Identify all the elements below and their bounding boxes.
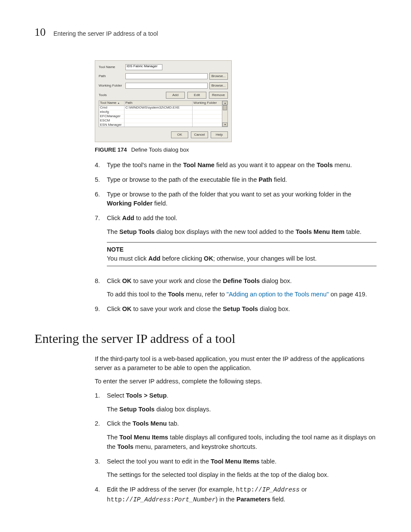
step-body: Edit the IP address of the server (for e… xyxy=(107,485,377,505)
table-row[interactable] xyxy=(125,115,192,119)
step-number: 7. xyxy=(95,214,107,271)
step-number: 4. xyxy=(95,161,107,170)
working-folder-label: Working Folder xyxy=(99,84,124,88)
scroll-thumb[interactable] xyxy=(223,105,227,110)
step-number: 1. xyxy=(95,391,107,414)
step-body: Type the tool's name in the Tool Name fi… xyxy=(107,161,377,170)
running-header: 10 Entering the server IP address of a t… xyxy=(34,26,377,39)
browse-folder-button[interactable]: Browse... xyxy=(209,82,228,89)
step-body: Select the tool you want to edit in the … xyxy=(107,457,377,480)
scrollbar[interactable]: ▴ ▾ xyxy=(222,101,227,127)
table-row[interactable]: Cmd xyxy=(99,106,124,110)
cross-reference-link[interactable]: "Adding an option to the Tools menu" xyxy=(227,291,329,298)
step-number: 9. xyxy=(95,305,107,314)
step-body: Click OK to save your work and close the… xyxy=(107,277,377,300)
table-row[interactable]: elxcfg xyxy=(99,110,124,115)
ok-button[interactable]: OK xyxy=(171,131,188,138)
figure-number: FIGURE 174 xyxy=(95,146,127,153)
step-number: 2. xyxy=(95,419,107,451)
note-box: NOTE You must click Add before clicking … xyxy=(107,242,377,266)
figure-title: Define Tools dialog box xyxy=(131,146,189,153)
col-header-path[interactable]: Path xyxy=(125,101,192,106)
table-row[interactable]: ESCM xyxy=(99,119,124,123)
cancel-button[interactable]: Cancel xyxy=(191,131,208,138)
step-body: Type or browse to the path of the folder… xyxy=(107,190,377,209)
browse-path-button[interactable]: Browse... xyxy=(209,73,228,80)
note-heading: NOTE xyxy=(107,245,377,254)
step-body: Click OK to save your work and close the… xyxy=(107,305,377,314)
figure-caption: FIGURE 174Define Tools dialog box xyxy=(95,146,377,153)
scroll-up-icon[interactable]: ▴ xyxy=(222,101,227,105)
tools-section-label: Tools xyxy=(99,93,124,97)
section-lead: To enter the server IP address, complete… xyxy=(95,377,377,386)
note-body: You must click Add before clicking OK; o… xyxy=(107,254,377,263)
step-body: Click the Tools Menu tab. The Tool Menu … xyxy=(107,419,377,451)
step-number: 3. xyxy=(95,457,107,480)
section-heading: Entering the server IP address of a tool xyxy=(34,331,377,346)
table-row[interactable]: EFCManager xyxy=(99,115,124,119)
step-number: 8. xyxy=(95,277,107,300)
table-row[interactable]: ESN Manager xyxy=(99,123,124,128)
define-tools-dialog: Tool Name IDS Fabric Manager Path Browse… xyxy=(95,60,232,142)
tool-name-input[interactable]: IDS Fabric Manager xyxy=(125,64,162,70)
step-number: 4. xyxy=(95,485,107,505)
remove-button[interactable]: Remove xyxy=(209,92,228,99)
table-row[interactable]: C:\WINDOWS\system32\CMD.EXE xyxy=(125,106,192,110)
path-label: Path xyxy=(99,75,124,78)
path-input[interactable] xyxy=(125,73,208,79)
step-body: Type or browse to the path of the execut… xyxy=(107,175,377,185)
section-intro: If the third-party tool is a web-based a… xyxy=(95,355,377,373)
running-head-title: Entering the server IP address of a tool xyxy=(53,30,158,37)
chapter-number: 10 xyxy=(34,26,46,39)
step-body: Select Tools > Setup. The Setup Tools di… xyxy=(107,391,377,414)
tool-name-label: Tool Name xyxy=(99,65,124,69)
working-folder-input[interactable] xyxy=(125,83,208,89)
edit-button[interactable]: Edit xyxy=(187,92,206,99)
step-number: 6. xyxy=(95,190,107,209)
table-row[interactable] xyxy=(125,110,192,115)
col-header-tool-name[interactable]: Tool Name▲ xyxy=(99,101,124,106)
step-number: 5. xyxy=(95,175,107,185)
add-button[interactable]: Add xyxy=(166,92,185,99)
table-row[interactable] xyxy=(125,123,192,128)
help-button[interactable]: Help xyxy=(211,131,228,138)
step-body: Click Add to add the tool. The Setup Too… xyxy=(107,214,377,271)
table-row[interactable] xyxy=(125,119,192,123)
scroll-down-icon[interactable]: ▾ xyxy=(222,122,227,127)
tools-table: Tool Name▲ Cmd elxcfg EFCManager ESCM ES… xyxy=(99,100,228,127)
sort-asc-icon: ▲ xyxy=(117,102,120,105)
col-header-working-folder[interactable]: Working Folder xyxy=(193,101,222,106)
